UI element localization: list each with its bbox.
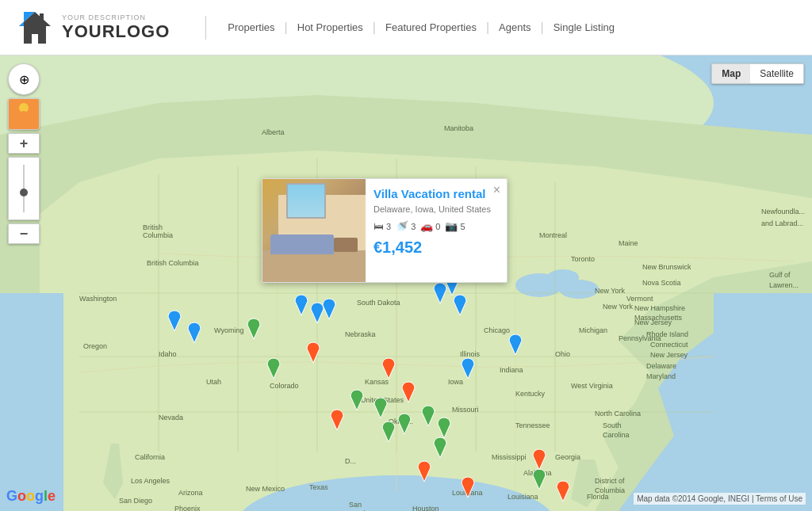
svg-text:New Hampshire: New Hampshire [634, 304, 685, 312]
nav-item-single[interactable]: Single Listing [544, 21, 624, 33]
zoom-slider-thumb [20, 189, 28, 196]
svg-text:Colorado: Colorado [270, 382, 299, 390]
room-floor [262, 250, 366, 282]
svg-rect-2 [40, 13, 44, 21]
nav-item-featured[interactable]: Featured Properties [376, 21, 486, 33]
map-type-map[interactable]: Map [712, 64, 750, 83]
svg-text:Louisiana: Louisiana [452, 489, 483, 497]
svg-text:Kansas: Kansas [365, 378, 389, 386]
svg-text:Mississippi: Mississippi [492, 453, 527, 461]
nav-item-agents[interactable]: Agents [489, 21, 540, 33]
svg-text:New York: New York [603, 303, 634, 311]
header: YOUR DESCRIPTION YOURLOGO Properties | H… [0, 0, 812, 55]
svg-text:New Brunswick: New Brunswick [642, 263, 691, 271]
svg-text:Phoenix: Phoenix [174, 505, 201, 511]
popup-close-button[interactable]: × [493, 184, 500, 196]
svg-text:Montreal: Montreal [539, 231, 567, 239]
popup-location: Delaware, Iowa, United States [373, 204, 499, 214]
popup-price: €1,452 [373, 238, 499, 257]
svg-text:Oklah...: Oklah... [389, 418, 413, 425]
room-photo [262, 179, 366, 282]
svg-text:New Jersey: New Jersey [650, 351, 688, 359]
svg-text:San Diego: San Diego [119, 497, 152, 505]
map-type-selector: Map Satellite [711, 63, 804, 84]
svg-text:Arizona: Arizona [178, 489, 203, 497]
svg-point-7 [559, 280, 599, 299]
svg-text:D...: D... [345, 457, 356, 465]
svg-text:Michigan: Michigan [579, 326, 607, 334]
photos-count: 5 [460, 222, 465, 231]
logo-text-area: YOUR DESCRIPTION YOURLOGO [62, 13, 170, 42]
svg-text:Washington: Washington [79, 295, 117, 303]
svg-text:Oregon: Oregon [83, 342, 107, 350]
svg-text:Massachusetts: Massachusetts [634, 314, 683, 322]
nav-item-hot[interactable]: Hot Properties [288, 21, 373, 33]
svg-text:San: San [349, 501, 362, 509]
feature-photos: 📷 5 [445, 220, 465, 232]
svg-text:Alberta: Alberta [262, 128, 285, 136]
zoom-in-button[interactable]: + [8, 133, 40, 154]
bath-icon: 🚿 [396, 220, 408, 232]
svg-text:Lawren...: Lawren... [769, 281, 799, 289]
svg-text:Nebraska: Nebraska [345, 330, 376, 338]
svg-text:Texas: Texas [309, 483, 328, 491]
svg-text:North Carolina: North Carolina [595, 410, 641, 418]
google-g1: G [6, 488, 17, 504]
feature-beds: 🛏 3 [373, 220, 391, 232]
feature-garage: 🚗 0 [420, 220, 440, 232]
logo-name: YOURLOGO [62, 21, 170, 42]
garage-icon: 🚗 [420, 220, 433, 232]
svg-text:Nevada: Nevada [159, 414, 183, 421]
garages-count: 0 [435, 222, 440, 231]
google-o2: o [26, 488, 35, 504]
zoom-out-button[interactable]: − [8, 223, 40, 244]
svg-text:Vermont: Vermont [626, 295, 653, 303]
svg-text:Utah: Utah [206, 378, 221, 386]
bed-icon: 🛏 [373, 220, 384, 232]
svg-text:Louisiana: Louisiana [508, 493, 538, 501]
popup-property-image [262, 179, 366, 282]
svg-text:Ohio: Ohio [555, 350, 570, 358]
google-e: e [48, 488, 56, 504]
svg-rect-10 [714, 293, 812, 511]
zoom-slider[interactable] [8, 157, 40, 220]
map-background: British Columbia British Columbia Albert… [0, 55, 812, 511]
feature-baths: 🚿 3 [396, 220, 416, 232]
street-view-control[interactable] [8, 98, 40, 130]
svg-text:Nova Scotia: Nova Scotia [642, 279, 681, 287]
svg-text:New York: New York [595, 287, 626, 295]
google-logo: Google [6, 488, 56, 505]
beds-count: 3 [386, 222, 391, 231]
svg-text:District of: District of [595, 477, 625, 485]
logo-area: YOUR DESCRIPTION YOURLOGO [16, 9, 170, 47]
map-type-satellite[interactable]: Satellite [750, 64, 803, 83]
svg-text:Houston: Houston [412, 505, 439, 511]
logo-icon [16, 9, 54, 47]
svg-text:Idaho: Idaho [159, 350, 177, 358]
nav-item-properties[interactable]: Properties [218, 21, 284, 33]
svg-text:Columbia: Columbia [595, 486, 625, 494]
map-footer-text: Map data ©2014 Google, INEGI | Terms of … [634, 493, 806, 505]
svg-text:Columbia: Columbia [143, 231, 173, 239]
svg-text:Missouri: Missouri [452, 406, 479, 414]
svg-rect-9 [0, 293, 63, 511]
svg-text:South Dakota: South Dakota [357, 299, 400, 307]
popup-content: × Villa Vacation rental Delaware, Iowa, … [366, 179, 507, 282]
svg-text:Delaware: Delaware [646, 362, 676, 370]
room-sofa [270, 235, 334, 254]
svg-text:Maine: Maine [619, 239, 638, 247]
svg-text:Connecticut: Connecticut [650, 341, 688, 349]
svg-text:Alabama: Alabama [523, 469, 552, 477]
svg-text:Illinois: Illinois [460, 350, 481, 358]
map-controls: ⊕ + − [8, 63, 40, 244]
map-container[interactable]: British Columbia British Columbia Albert… [0, 55, 812, 511]
svg-text:Los Angeles: Los Angeles [131, 477, 170, 485]
baths-count: 3 [411, 222, 416, 231]
svg-text:Chicago: Chicago [484, 326, 510, 334]
svg-text:British: British [143, 223, 163, 231]
svg-text:California: California [135, 453, 165, 461]
svg-text:Wyoming: Wyoming [214, 326, 243, 334]
compass-control[interactable]: ⊕ [8, 63, 40, 95]
photos-icon: 📷 [445, 220, 458, 232]
svg-text:United States: United States [361, 396, 404, 404]
